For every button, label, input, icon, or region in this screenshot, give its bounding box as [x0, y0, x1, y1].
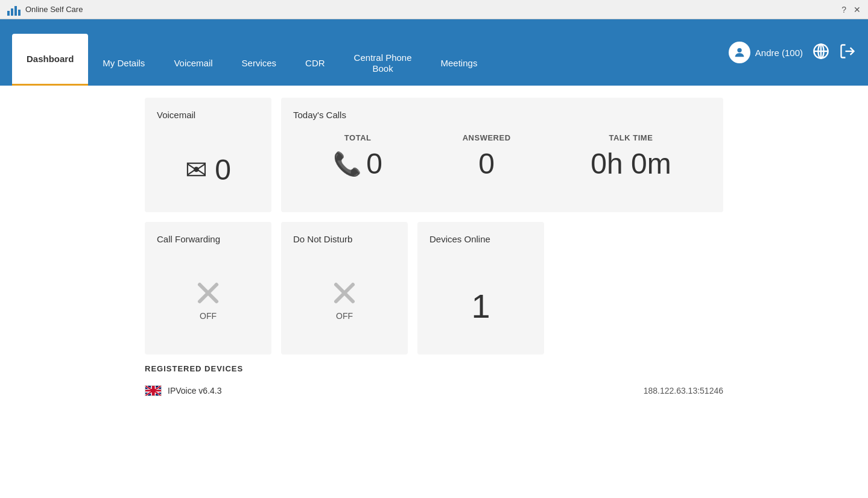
tab-my-details[interactable]: My Details [88, 42, 159, 86]
answered-number: 0 [478, 147, 495, 180]
tab-meetings-label: Meetings [441, 58, 478, 68]
voicemail-count: 0 [215, 153, 231, 186]
devices-content: 1 [429, 251, 532, 342]
phone-icon: 📞 [333, 151, 361, 177]
dnd-card: Do Not Disturb OFF [281, 222, 408, 355]
forwarding-off-icon [195, 280, 221, 306]
tab-voicemail[interactable]: Voicemail [159, 42, 227, 86]
calls-card: Today's Calls TOTAL 📞 0 ANSWERED 0 [281, 98, 723, 212]
total-number: 0 [366, 147, 382, 180]
devices-card: Devices Online 1 [417, 222, 544, 355]
tab-cdr[interactable]: CDR [291, 42, 340, 86]
nav-tabs: Dashboard My Details Voicemail Services … [12, 19, 492, 86]
answered-value: 0 [478, 147, 495, 180]
envelope-icon: ✉ [185, 154, 207, 185]
app-title: Online Self Care [25, 5, 83, 14]
talktime-stat: TALK TIME 0h 0m [591, 133, 671, 180]
forwarding-card: Call Forwarding OFF [145, 222, 271, 355]
answered-stat: ANSWERED 0 [463, 133, 511, 180]
tab-central-phone-book-label: Central PhoneBook [354, 52, 412, 74]
devices-count: 1 [471, 286, 490, 326]
forwarding-title: Call Forwarding [157, 234, 259, 244]
tab-my-details-label: My Details [103, 58, 145, 68]
total-stat: TOTAL 📞 0 [333, 133, 382, 180]
tab-services-label: Services [242, 58, 277, 68]
device-name: IPVoice v6.4.3 [168, 386, 222, 396]
globe-icon[interactable] [813, 43, 829, 62]
answered-label: ANSWERED [463, 133, 511, 142]
user-avatar [729, 42, 750, 63]
forwarding-status: OFF [200, 311, 217, 321]
devices-title: Devices Online [429, 234, 532, 244]
talktime-label: TALK TIME [609, 133, 653, 142]
total-value: 📞 0 [333, 147, 382, 180]
tab-meetings[interactable]: Meetings [426, 42, 492, 86]
svg-point-0 [737, 48, 741, 52]
title-bar-left: Online Self Care [7, 4, 83, 16]
cards-row-2: Call Forwarding OFF Do Not Disturb [145, 222, 723, 355]
tab-dashboard-label: Dashboard [27, 54, 74, 64]
device-left: IPVoice v6.4.3 [145, 385, 222, 396]
dnd-content: OFF [293, 251, 396, 342]
title-bar: Online Self Care ? ✕ [0, 0, 868, 19]
total-label: TOTAL [344, 133, 372, 142]
user-info[interactable]: Andre (100) [729, 42, 803, 63]
dnd-title: Do Not Disturb [293, 234, 396, 244]
tab-central-phone-book[interactable]: Central PhoneBook [340, 42, 426, 86]
cards-row-1: Voicemail ✉ 0 Today's Calls TOTAL 📞 0 AN… [145, 98, 723, 212]
app-icon [7, 4, 21, 16]
navbar: Dashboard My Details Voicemail Services … [0, 19, 868, 86]
tab-dashboard[interactable]: Dashboard [12, 34, 88, 86]
nav-right: Andre (100) [729, 42, 856, 63]
talktime-value: 0h 0m [591, 147, 671, 180]
dnd-off-icon [331, 280, 358, 306]
forwarding-content: OFF [157, 251, 259, 342]
tab-cdr-label: CDR [305, 58, 325, 68]
user-name: Andre (100) [755, 48, 803, 58]
registered-title: REGISTERED DEVICES [145, 364, 723, 373]
talktime-number: 0h 0m [591, 147, 671, 180]
title-bar-right: ? ✕ [841, 5, 861, 14]
logout-icon[interactable] [839, 43, 856, 62]
voicemail-content: ✉ 0 [157, 139, 259, 200]
uk-flag-icon [145, 385, 162, 396]
tab-voicemail-label: Voicemail [174, 58, 212, 68]
voicemail-card: Voicemail ✉ 0 [145, 98, 271, 212]
device-ip: 188.122.63.13:51246 [644, 386, 723, 396]
main-content: Voicemail ✉ 0 Today's Calls TOTAL 📞 0 AN… [0, 86, 868, 413]
registered-devices-section: REGISTERED DEVICES IPVoice v6.4.3 188.12… [145, 364, 723, 401]
help-button[interactable]: ? [841, 5, 846, 14]
calls-title: Today's Calls [293, 110, 711, 120]
device-row: IPVoice v6.4.3 188.122.63.13:51246 [145, 380, 723, 401]
voicemail-title: Voicemail [157, 110, 259, 120]
calls-grid: TOTAL 📞 0 ANSWERED 0 TALK TIME 0h 0m [293, 127, 711, 200]
tab-services[interactable]: Services [227, 42, 291, 86]
close-button[interactable]: ✕ [854, 5, 861, 14]
dnd-status: OFF [336, 311, 353, 321]
